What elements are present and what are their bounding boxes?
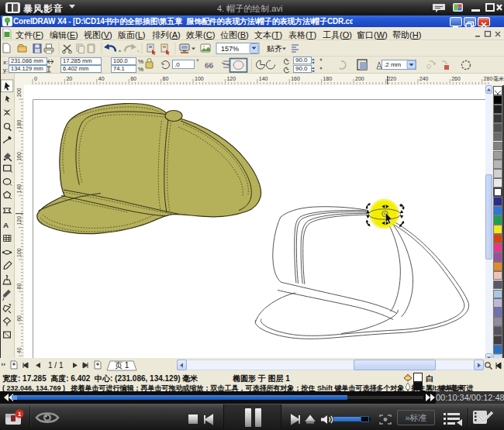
- svg-text:200: 200: [16, 88, 22, 97]
- svg-text:66: 66: [205, 60, 214, 70]
- svg-text:120: 120: [226, 76, 236, 81]
- svg-text:280: 280: [484, 76, 493, 81]
- svg-text:20: 20: [66, 76, 72, 81]
- svg-text:157%: 157%: [221, 45, 239, 53]
- svg-text:220: 220: [387, 76, 396, 81]
- svg-text:60: 60: [16, 315, 22, 322]
- svg-text:140: 140: [259, 76, 268, 81]
- svg-text:40: 40: [98, 76, 105, 81]
- svg-text:100: 100: [195, 76, 204, 81]
- svg-text:100: 100: [16, 248, 22, 257]
- svg-text:80: 80: [163, 76, 169, 81]
- svg-text:60: 60: [130, 76, 136, 81]
- svg-text:贴齐: 贴齐: [267, 44, 282, 53]
- svg-text:120: 120: [16, 216, 22, 225]
- svg-text:毫米: 毫米: [493, 76, 504, 81]
- svg-text:260: 260: [451, 76, 461, 81]
- svg-text:180: 180: [16, 120, 22, 129]
- svg-text:160: 160: [16, 152, 22, 161]
- svg-text:40: 40: [16, 347, 22, 353]
- svg-text:200: 200: [355, 76, 364, 81]
- svg-text:160: 160: [291, 76, 300, 81]
- svg-text:140: 140: [16, 184, 22, 193]
- svg-text:80: 80: [16, 284, 22, 290]
- svg-text:页 1: 页 1: [115, 361, 129, 370]
- svg-text:A: A: [3, 221, 9, 229]
- svg-text:1: 1: [18, 411, 22, 418]
- svg-text:0: 0: [34, 76, 37, 81]
- svg-text:240: 240: [419, 76, 429, 81]
- svg-text:180: 180: [323, 76, 333, 81]
- svg-text:1 / 1: 1 / 1: [48, 361, 64, 370]
